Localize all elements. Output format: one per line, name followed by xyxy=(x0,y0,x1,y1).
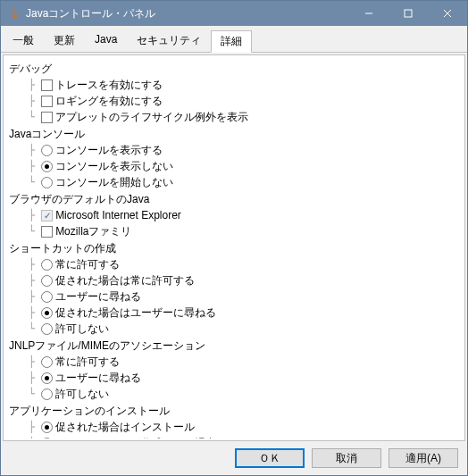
tree-item[interactable]: ├ コンソールを表示する xyxy=(9,143,461,159)
radio-icon[interactable] xyxy=(41,388,53,400)
item-label: ユーザーに尋ねる xyxy=(55,289,141,305)
tree-line-icon: ├ xyxy=(9,208,41,223)
item-label: 常に許可する xyxy=(55,257,120,272)
section-label: アプリケーションのインストール xyxy=(9,403,461,420)
tab-4[interactable]: 詳細 xyxy=(211,30,252,53)
window-buttons xyxy=(349,1,467,26)
tree-line-icon: ├ xyxy=(9,305,41,321)
tree-section: Javaコンソール ├ コンソールを表示する ├ コンソールを表示しない └ コ… xyxy=(9,126,461,191)
tree-line-icon: └ xyxy=(9,110,41,125)
tree-item[interactable]: ├ ユーザーに尋ねる xyxy=(9,371,461,387)
tree-item[interactable]: ├ トレースを有効にする xyxy=(9,78,461,94)
radio-icon[interactable] xyxy=(41,161,53,172)
item-label: コンソールを表示する xyxy=(55,143,163,158)
tree-item[interactable]: ├ 常に許可する xyxy=(9,257,461,273)
tree-line-icon: ├ xyxy=(9,355,41,370)
radio-icon[interactable] xyxy=(41,291,53,303)
tree-line-icon: ├ xyxy=(9,94,41,109)
checkbox-icon[interactable] xyxy=(41,112,53,123)
section-label: デバッグ xyxy=(9,61,461,78)
tree-item[interactable]: ├ 促された場合はインストール xyxy=(9,420,461,436)
radio-icon[interactable] xyxy=(41,275,53,287)
close-button[interactable] xyxy=(428,1,467,26)
tree-item[interactable]: └ 許可しない xyxy=(9,387,461,403)
apply-button[interactable]: 適用(A) xyxy=(389,448,458,468)
radio-icon[interactable] xyxy=(41,259,53,271)
item-label: アプレットのライフサイクル例外を表示 xyxy=(55,110,248,125)
tree-item[interactable]: ├ コンソールを表示しない xyxy=(9,159,461,175)
tree-item[interactable]: └ コンソールを開始しない xyxy=(9,175,461,191)
item-label: 促された場合は常に許可する xyxy=(55,273,195,288)
tree-item[interactable]: ├ 促された場合はユーザーに尋ねる xyxy=(9,305,461,322)
radio-icon[interactable] xyxy=(41,356,53,368)
advanced-content-panel: デバッグ ├ トレースを有効にする ├ ロギングを有効にする └ アプレットのラ… xyxy=(3,54,465,441)
minimize-button[interactable] xyxy=(349,1,389,26)
checkbox-icon[interactable] xyxy=(41,96,53,107)
tree-item[interactable]: └ Mozillaファミリ xyxy=(9,224,461,240)
ok-button[interactable]: ＯＫ xyxy=(235,448,305,468)
tree-item: ├ Microsoft Internet Explorer xyxy=(9,208,461,224)
item-label: コンソールを表示しない xyxy=(55,159,173,174)
tree-item[interactable]: └ 許可しない xyxy=(9,322,461,338)
titlebar: Javaコントロール・パネル xyxy=(1,1,467,26)
java-icon xyxy=(8,7,21,20)
tree-line-icon: └ xyxy=(9,322,41,337)
tree-item[interactable]: ├ 常に許可する xyxy=(9,355,461,371)
item-label: ユーザーに尋ねる xyxy=(55,371,141,386)
item-label: ショートカットが作成された場合はインストール xyxy=(55,436,291,438)
radio-icon[interactable] xyxy=(41,145,53,156)
item-label: Mozillaファミリ xyxy=(55,224,131,239)
tree-item[interactable]: ├ ロギングを有効にする xyxy=(9,94,461,110)
tree-item[interactable]: ├ ユーザーに尋ねる xyxy=(9,289,461,305)
section-label: ブラウザのデフォルトのJava xyxy=(9,191,461,208)
tree-line-icon: ├ xyxy=(9,420,41,435)
radio-icon[interactable] xyxy=(41,438,53,438)
tree-line-icon: └ xyxy=(9,175,41,190)
tab-1[interactable]: 更新 xyxy=(44,29,85,52)
tree-section: アプリケーションのインストール ├ 促された場合はインストール ├ ショートカッ… xyxy=(9,403,461,438)
section-label: JNLPファイル/MIMEのアソシエーション xyxy=(9,338,461,355)
java-control-panel-window: Javaコントロール・パネル 一般更新Javaセキュリティ詳細 デバッグ ├ ト… xyxy=(0,0,468,476)
tree-section: ショートカットの作成 ├ 常に許可する ├ 促された場合は常に許可する ├ ユー… xyxy=(9,240,461,338)
radio-icon[interactable] xyxy=(41,323,53,335)
svg-rect-0 xyxy=(405,10,412,17)
radio-icon[interactable] xyxy=(41,307,53,319)
tree-item[interactable]: └ アプレットのライフサイクル例外を表示 xyxy=(9,110,461,126)
radio-icon[interactable] xyxy=(41,372,53,384)
tree-line-icon: ├ xyxy=(9,78,41,93)
maximize-button[interactable] xyxy=(389,1,428,26)
radio-icon[interactable] xyxy=(41,422,53,433)
item-label: ロギングを有効にする xyxy=(55,94,163,109)
checkbox-icon[interactable] xyxy=(41,79,53,91)
settings-tree-scroll[interactable]: デバッグ ├ トレースを有効にする ├ ロギングを有効にする └ アプレットのラ… xyxy=(5,57,463,438)
checkbox-icon xyxy=(41,210,53,221)
item-label: 許可しない xyxy=(55,322,109,337)
tree-line-icon: ├ xyxy=(9,273,41,288)
tree-section: デバッグ ├ トレースを有効にする ├ ロギングを有効にする └ アプレットのラ… xyxy=(9,61,461,126)
tree-line-icon: └ xyxy=(9,224,41,239)
tree-line-icon: ├ xyxy=(9,436,41,438)
item-label: コンソールを開始しない xyxy=(55,175,173,190)
tree-line-icon: ├ xyxy=(9,143,41,158)
section-label: ショートカットの作成 xyxy=(9,240,461,257)
tree-line-icon: ├ xyxy=(9,159,41,174)
tree-section: ブラウザのデフォルトのJava ├ Microsoft Internet Exp… xyxy=(9,191,461,240)
tab-0[interactable]: 一般 xyxy=(3,29,44,52)
item-label: Microsoft Internet Explorer xyxy=(55,208,181,223)
item-label: 促された場合はインストール xyxy=(55,420,195,435)
tab-2[interactable]: Java xyxy=(85,29,127,52)
item-label: 許可しない xyxy=(55,387,109,402)
tab-3[interactable]: セキュリティ xyxy=(127,29,211,52)
checkbox-icon[interactable] xyxy=(41,226,53,238)
tree-item[interactable]: ├ 促された場合は常に許可する xyxy=(9,273,461,289)
radio-icon[interactable] xyxy=(41,177,53,188)
cancel-button[interactable]: 取消 xyxy=(312,448,381,468)
tree-section: JNLPファイル/MIMEのアソシエーション ├ 常に許可する ├ ユーザーに尋… xyxy=(9,338,461,403)
window-title: Javaコントロール・パネル xyxy=(26,6,349,21)
dialog-buttons: ＯＫ 取消 適用(A) xyxy=(1,443,467,475)
tree-line-icon: ├ xyxy=(9,257,41,272)
tree-line-icon: ├ xyxy=(9,371,41,386)
tree-item[interactable]: ├ ショートカットが作成された場合はインストール xyxy=(9,436,461,438)
item-label: トレースを有効にする xyxy=(55,78,163,93)
tree-line-icon: ├ xyxy=(9,289,41,305)
